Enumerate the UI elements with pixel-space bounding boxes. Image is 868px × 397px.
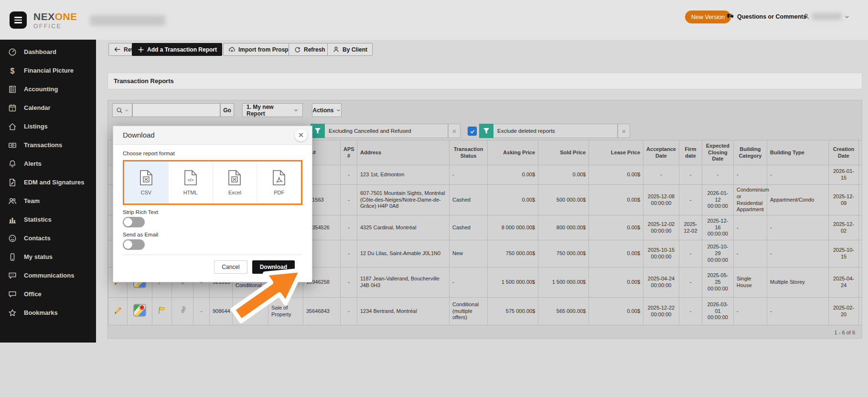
format-label: HTML bbox=[183, 190, 198, 195]
close-icon[interactable]: ✕ bbox=[295, 129, 307, 141]
table-cell: - bbox=[341, 185, 357, 215]
sidebar-item-statistics[interactable]: Statistics bbox=[0, 210, 96, 229]
table-cell: 575 000.00$ bbox=[488, 298, 538, 325]
sidebar-item-label: Team bbox=[24, 197, 40, 204]
map-cell[interactable] bbox=[128, 298, 152, 325]
file-pdf-icon bbox=[273, 170, 285, 185]
column-header[interactable]: Acceptance Date bbox=[643, 140, 679, 165]
table-cell: - bbox=[450, 268, 488, 298]
column-header[interactable]: Building Category bbox=[734, 140, 767, 165]
format-option-html[interactable]: </>HTML bbox=[169, 161, 213, 204]
search-input[interactable] bbox=[132, 103, 220, 117]
table-cell: Condominium or Residential Appartment bbox=[734, 185, 767, 215]
file-html-icon: </> bbox=[184, 170, 197, 185]
table-cell: 1 500 000.00$ bbox=[488, 268, 538, 298]
edit-pencil-cell[interactable] bbox=[108, 298, 128, 325]
filter-remove-icon[interactable]: × bbox=[618, 124, 630, 138]
top-bar: NEXONE OFFICE New Version Questions or C… bbox=[0, 0, 868, 40]
scroll-strip bbox=[859, 215, 863, 240]
column-header[interactable]: APS # bbox=[341, 140, 357, 165]
table-cell: 0.00$ bbox=[589, 240, 643, 268]
table-cell: 12 Du Lilas, Saint-Amable J0L1N0 bbox=[357, 240, 450, 268]
table-cell: 565 000.00$ bbox=[538, 298, 589, 325]
column-header[interactable]: Lease Price bbox=[589, 140, 643, 165]
format-option-csv[interactable]: CSV bbox=[124, 161, 169, 204]
sidebar-item-office[interactable]: Office bbox=[0, 285, 96, 303]
format-picker: CSV</>HTMLExcelPDF bbox=[123, 160, 302, 205]
map-icon bbox=[133, 304, 146, 317]
actions-button[interactable]: Actions bbox=[312, 103, 342, 117]
column-header[interactable]: Transaction Status bbox=[450, 140, 488, 165]
column-header[interactable]: Address bbox=[357, 140, 450, 165]
download-modal: Download ✕ Choose report format CSV</>HT… bbox=[113, 126, 312, 282]
calendar-icon: 1 bbox=[8, 103, 17, 112]
sidebar-item-accounting[interactable]: Accounting bbox=[0, 80, 96, 98]
table-cell: 35646843 bbox=[303, 298, 341, 325]
table-cell: Multiple Storey bbox=[767, 268, 829, 298]
table-cell: 1234 Bertrand, Montréal bbox=[357, 298, 450, 325]
sidebar-item-calendar[interactable]: 1Calendar bbox=[0, 98, 96, 117]
paperclip-cell[interactable] bbox=[172, 298, 193, 325]
cancel-button[interactable]: Cancel bbox=[214, 260, 247, 274]
scroll-strip bbox=[859, 240, 863, 268]
download-button[interactable]: Download bbox=[252, 260, 295, 274]
sidebar-item-communications[interactable]: Communications bbox=[0, 266, 96, 285]
file-csv-icon bbox=[140, 170, 152, 185]
new-version-button[interactable]: New Version bbox=[685, 11, 731, 23]
column-header[interactable]: Expected Closing Date bbox=[702, 140, 734, 165]
sidebar-item-contacts[interactable]: Contacts bbox=[0, 229, 96, 247]
refresh-button[interactable]: Refresh bbox=[289, 43, 331, 56]
edit-pencil-icon bbox=[114, 306, 122, 315]
sidebar-item-alerts[interactable]: Alerts bbox=[0, 154, 96, 173]
speech-bubble-icon bbox=[727, 13, 734, 21]
sidebar-item-label: Calendar bbox=[24, 104, 51, 111]
add-a-transaction-report-button[interactable]: Add a Transaction Report bbox=[132, 43, 222, 56]
sidebar-item-dashboard[interactable]: Dashboard bbox=[0, 43, 96, 61]
table-cell: - bbox=[734, 165, 767, 185]
table-cell: 500 000.00$ bbox=[538, 185, 589, 215]
dashboard-icon bbox=[8, 47, 17, 56]
scroll-strip bbox=[859, 140, 863, 165]
filter-remove-icon[interactable]: × bbox=[448, 124, 461, 138]
by-client-button[interactable]: By Client bbox=[327, 43, 373, 56]
sidebar-item-financial-picture[interactable]: $Financial Picture bbox=[0, 61, 96, 80]
table-cell: - bbox=[767, 165, 829, 185]
table-cell: 2025-10-15 00:00:00 bbox=[643, 240, 679, 268]
user-menu[interactable] bbox=[803, 13, 850, 20]
sidebar-item-label: Financial Picture bbox=[24, 67, 74, 74]
format-option-excel[interactable]: Excel bbox=[213, 161, 257, 204]
refresh-icon bbox=[294, 46, 301, 53]
flag-cell[interactable] bbox=[152, 298, 172, 325]
sidebar-item-bookmarks[interactable]: Bookmarks bbox=[0, 303, 96, 322]
logo-subtitle: OFFICE bbox=[33, 23, 77, 29]
sidebar-item-team[interactable]: Team bbox=[0, 192, 96, 210]
column-header[interactable]: Asking Price bbox=[488, 140, 538, 165]
table-cell: 750 000.00$ bbox=[488, 240, 538, 268]
table-cell: - bbox=[341, 240, 357, 268]
hamburger-menu-icon[interactable] bbox=[10, 11, 27, 29]
sidebar-item-my-status[interactable]: My status bbox=[0, 247, 96, 266]
go-button[interactable]: Go bbox=[220, 103, 234, 117]
sidebar-item-label: Listings bbox=[24, 123, 48, 130]
sidebar-item-listings[interactable]: Listings bbox=[0, 117, 96, 136]
table-cell: - bbox=[734, 240, 767, 268]
filter-checkbox[interactable] bbox=[468, 127, 477, 136]
sidebar-item-edm-and-signatures[interactable]: EDM and Signatures bbox=[0, 173, 96, 192]
questions-or-comments-button[interactable]: Questions or Comments bbox=[727, 13, 806, 21]
search-scope-button[interactable] bbox=[112, 103, 132, 117]
sidebar-item-transactions[interactable]: Transactions bbox=[0, 136, 96, 154]
column-header[interactable]: Firm date bbox=[679, 140, 702, 165]
file-excel-icon bbox=[228, 170, 241, 185]
sidebar: Dashboard$Financial PictureAccounting1Ca… bbox=[0, 40, 96, 343]
sidebar-item-label: Bookmarks bbox=[24, 309, 58, 316]
column-header[interactable]: Building Type bbox=[767, 140, 829, 165]
format-option-pdf[interactable]: PDF bbox=[257, 161, 301, 204]
send-as-email-toggle[interactable] bbox=[123, 239, 145, 250]
scroll-strip bbox=[859, 185, 863, 215]
report-select[interactable]: 1. My new Report bbox=[242, 103, 303, 117]
column-header[interactable]: Creation Date bbox=[829, 140, 859, 165]
column-header[interactable]: Sold Price bbox=[538, 140, 589, 165]
strip-rich-text-toggle[interactable] bbox=[123, 217, 145, 227]
table-cell: Accepted - Firm bbox=[233, 298, 268, 325]
table-cell: 4325 Cardinal, Montréal bbox=[357, 215, 450, 240]
